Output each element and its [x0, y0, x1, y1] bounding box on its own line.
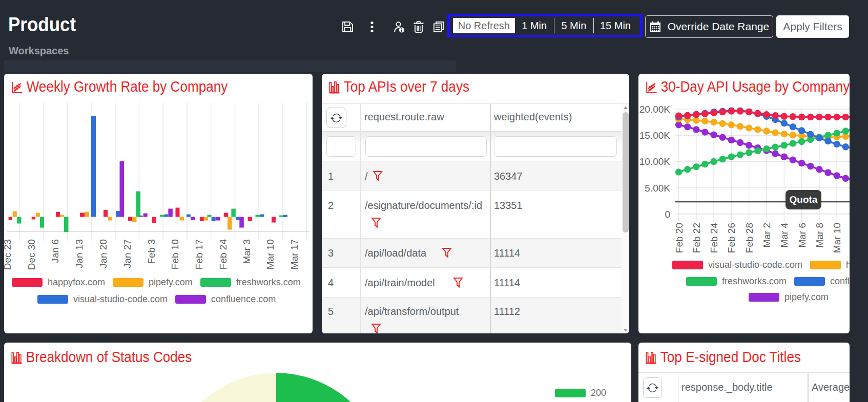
svg-text:15.00K: 15.00K — [639, 130, 671, 141]
svg-text:Mar 4: Mar 4 — [779, 223, 790, 248]
svg-text:5.00K: 5.00K — [645, 183, 670, 194]
svg-text:Mar 2: Mar 2 — [761, 223, 772, 248]
svg-text:Mar 10: Mar 10 — [832, 223, 842, 253]
svg-text:Feb 26: Feb 26 — [726, 223, 737, 253]
svg-text:Jan 20: Jan 20 — [98, 239, 109, 268]
svg-text:Mar 17: Mar 17 — [289, 239, 300, 269]
svg-text:Jan 6: Jan 6 — [50, 239, 60, 263]
svg-text:Feb 28: Feb 28 — [744, 223, 755, 253]
svg-text:Mar 6: Mar 6 — [797, 223, 808, 248]
svg-text:Dec 23: Dec 23 — [4, 239, 13, 270]
svg-text:Feb 24: Feb 24 — [218, 239, 229, 270]
svg-text:0: 0 — [665, 209, 670, 220]
svg-text:Mar 8: Mar 8 — [814, 223, 825, 248]
svg-text:Feb 20: Feb 20 — [674, 223, 685, 253]
svg-text:Dec 30: Dec 30 — [26, 239, 37, 270]
svg-text:Jan 13: Jan 13 — [74, 239, 85, 268]
svg-text:Feb 22: Feb 22 — [691, 223, 702, 253]
svg-text:Feb 24: Feb 24 — [709, 223, 719, 253]
svg-text:Feb 3: Feb 3 — [146, 239, 157, 264]
svg-text:Mar 3: Mar 3 — [241, 239, 252, 264]
svg-text:Feb 10: Feb 10 — [170, 239, 180, 269]
svg-text:Mar 10: Mar 10 — [265, 239, 276, 269]
svg-text:Jan 27: Jan 27 — [122, 239, 133, 268]
svg-text:Feb 17: Feb 17 — [194, 239, 204, 269]
svg-text:20.00K: 20.00K — [639, 104, 671, 115]
svg-text:10.00K: 10.00K — [639, 156, 671, 167]
